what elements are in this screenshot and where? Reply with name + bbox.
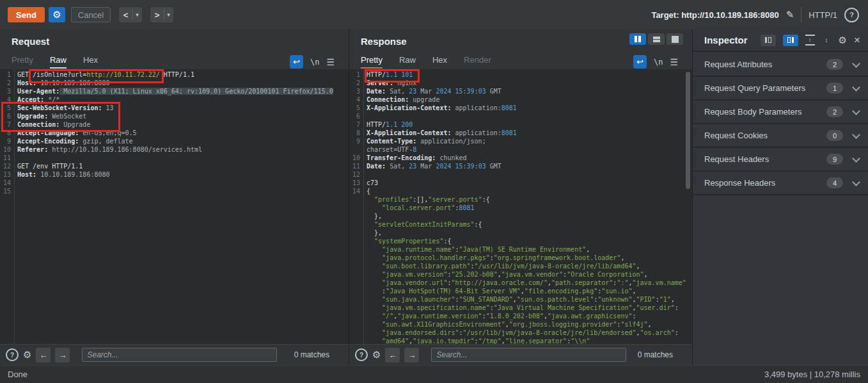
inspector-section-request-body-parameters[interactable]: Request Body Parameters2 (693, 101, 868, 124)
search-settings-icon[interactable]: ⚙ (23, 349, 31, 361)
search-settings-icon[interactable]: ⚙ (372, 349, 381, 361)
send-button[interactable]: Send (8, 7, 45, 22)
inspector-section-request-query-parameters[interactable]: Request Query Parameters1 (693, 77, 868, 101)
back-arrow-icon[interactable]: < (119, 10, 132, 20)
request-panel-title: Request (12, 36, 49, 47)
request-line-numbers: 123456789101112131415 (0, 70, 12, 195)
chevron-down-icon[interactable] (852, 60, 860, 68)
back-dropdown-caret-icon[interactable]: ▾ (133, 12, 141, 18)
code-line: c73 (367, 179, 692, 187)
inspector-title: Inspector (704, 35, 748, 45)
code-line: "sun.java.launcher":"SUN_STANDARD","sun.… (367, 295, 692, 304)
code-line: Referer: http://10.10.189.186:8080/servi… (17, 145, 349, 154)
code-line: "profiles":[],"server.ports":{ (367, 195, 692, 204)
inspector-section-label: Request Headers (704, 154, 769, 164)
count-badge: 2 (826, 59, 843, 70)
code-line: Accept-Encoding: gzip, deflate (17, 137, 349, 145)
search-next-button[interactable]: → (55, 348, 70, 363)
top-toolbar: Send ⚙ Cancel < ▾ > ▾ Target: http://10.… (0, 0, 868, 30)
response-search-matches: 0 matches (638, 350, 673, 359)
forward-dropdown-caret-icon[interactable]: ▾ (164, 12, 173, 18)
history-forward-button[interactable]: > ▾ (150, 7, 173, 22)
code-line: Date: Sat, 23 Mar 2024 15:39:03 GMT (367, 162, 692, 170)
chevron-down-icon[interactable] (852, 131, 860, 139)
forward-arrow-icon[interactable]: > (150, 10, 164, 20)
search-next-button[interactable]: → (404, 348, 419, 363)
response-tab-hex[interactable]: Hex (432, 55, 447, 68)
code-line: Connection: Upgrade (17, 120, 349, 129)
inspector-dock-left-button[interactable] (761, 35, 776, 46)
response-search-bar: ? ⚙ ← → 0 matches (349, 344, 692, 365)
code-line: Accept: */* (17, 95, 349, 104)
inspector-section-request-attributes[interactable]: Request Attributes2 (693, 53, 868, 77)
word-wrap-icon[interactable]: ↩ (633, 55, 647, 69)
code-line: "sun.awt.X11GraphicsEnvironment","org.jb… (367, 320, 692, 329)
search-prev-button[interactable]: ← (385, 348, 400, 363)
inspector-section-response-headers[interactable]: Response Headers4 (693, 172, 868, 195)
code-line: :"Java HotSpot(TM) 64-Bit Server VM","fi… (367, 287, 692, 295)
search-help-icon[interactable]: ? (6, 348, 19, 361)
search-prev-button[interactable]: ← (36, 348, 51, 363)
request-panel: Request PrettyRawHex ↩ \n ☰ 123456789101… (0, 29, 349, 365)
response-panel: Response PrettyRawHexRender ↩ \n ☰ 12345… (349, 29, 692, 365)
response-tab-render[interactable]: Render (464, 55, 491, 68)
collapse-all-icon[interactable]: ↕ (822, 36, 832, 44)
show-newlines-icon[interactable]: \n (310, 58, 319, 67)
code-line: }, (367, 212, 692, 220)
request-search-matches: 0 matches (294, 350, 329, 359)
chevron-down-icon[interactable] (852, 178, 860, 186)
code-line: GET /env HTTP/1.1 (17, 162, 349, 170)
expand-all-icon[interactable]: ↕ (805, 35, 815, 45)
history-back-button[interactable]: < ▾ (119, 7, 142, 22)
code-line (367, 170, 692, 179)
word-wrap-icon[interactable]: ↩ (290, 55, 303, 69)
inspector-settings-icon[interactable]: ⚙ (839, 35, 847, 46)
inspector-close-icon[interactable]: × (854, 36, 860, 44)
request-tab-raw[interactable]: Raw (50, 55, 67, 68)
response-scrollbar[interactable] (686, 72, 690, 189)
code-line: "/","java.runtime.version":"1.8.0_202-b0… (367, 312, 692, 320)
layout-columns-button[interactable] (629, 33, 646, 45)
request-editor[interactable]: 123456789101112131415 GET /isOnline?url=… (0, 69, 349, 344)
inspector-section-request-cookies[interactable]: Request Cookies0 (693, 124, 868, 148)
http-version-selector[interactable]: HTTP/1 (809, 10, 837, 20)
response-panel-title: Response (361, 36, 407, 47)
chevron-down-icon[interactable] (852, 107, 860, 115)
layout-rows-button[interactable] (648, 33, 665, 45)
request-tab-hex[interactable]: Hex (83, 55, 98, 68)
response-editor[interactable]: 1234567891011121314 HTTP/1.1 101Server: … (349, 69, 692, 344)
inspector-section-label: Request Body Parameters (704, 107, 801, 117)
editor-menu-icon[interactable]: ☰ (326, 57, 335, 67)
request-search-input[interactable] (82, 348, 277, 362)
response-tabs: PrettyRawHexRender (361, 55, 491, 68)
editor-menu-icon[interactable]: ☰ (670, 57, 678, 67)
cancel-button[interactable]: Cancel (71, 7, 111, 22)
code-line: charset=UTF-8 (367, 145, 692, 154)
chevron-down-icon[interactable] (852, 83, 860, 92)
send-settings-gear-icon[interactable]: ⚙ (49, 7, 65, 22)
code-line: "java.endorsed.dirs":"/usr/lib/jvm/java-… (367, 329, 692, 337)
code-line: Host: 10.10.189.186:8080 (17, 170, 349, 179)
request-tab-pretty[interactable]: Pretty (12, 55, 33, 68)
response-search-input[interactable] (431, 348, 626, 362)
response-tab-pretty[interactable]: Pretty (361, 55, 383, 68)
chevron-down-icon[interactable] (852, 154, 860, 163)
target-url: http://10.10.189.186:8080 (681, 10, 778, 20)
edit-target-pencil-icon[interactable]: ✎ (786, 9, 794, 20)
response-tab-raw[interactable]: Raw (399, 55, 416, 68)
inspector-section-label: Response Headers (704, 178, 775, 188)
code-line: "java.vendor.url":"http://java.oracle.co… (367, 279, 692, 287)
layout-single-button[interactable] (667, 33, 683, 45)
search-help-icon[interactable]: ? (355, 348, 368, 361)
request-search-bar: ? ⚙ ← → 0 matches (0, 344, 349, 365)
code-line: "systemProperties":{ (367, 237, 692, 245)
inspector-section-request-headers[interactable]: Request Headers9 (693, 148, 868, 172)
code-line: HTTP/1.1 101 (367, 70, 692, 79)
code-line (17, 179, 349, 187)
code-line: "java.protocol.handler.pkgs":"org.spring… (367, 254, 692, 262)
inspector-dock-right-button[interactable] (783, 35, 798, 46)
help-icon[interactable]: ? (844, 8, 859, 22)
code-line: Connection: upgrade (367, 95, 692, 104)
code-line: X-Application-Context: application:8081 (367, 104, 692, 112)
show-newlines-icon[interactable]: \n (654, 58, 663, 67)
